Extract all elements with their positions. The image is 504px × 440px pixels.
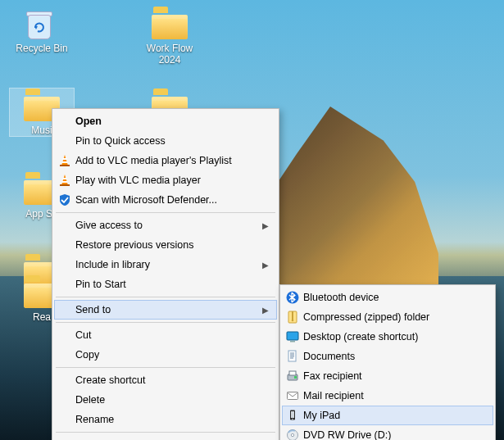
menu-item-label: Scan with Microsoft Defender... xyxy=(75,194,217,206)
menu-item-label: Open xyxy=(75,116,102,127)
menu-item-label: Restore previous versions xyxy=(75,239,194,251)
menu-item-label: DVD RW Drive (D:) xyxy=(303,429,391,440)
menu-item[interactable]: Fax recipient xyxy=(282,366,493,386)
menu-item-label: Send to xyxy=(75,304,111,315)
menu-item[interactable]: Properties xyxy=(54,435,277,440)
svg-rect-7 xyxy=(63,178,67,179)
menu-item[interactable]: Cut xyxy=(54,325,277,345)
folder-icon xyxy=(151,7,188,39)
menu-item-label: Delete xyxy=(75,394,105,406)
svg-rect-13 xyxy=(287,332,298,340)
documents-icon xyxy=(285,349,300,364)
svg-rect-19 xyxy=(294,376,297,379)
menu-item[interactable]: Send to▶ xyxy=(54,300,277,320)
menu-item[interactable]: Pin to Quick access xyxy=(54,131,277,151)
menu-separator xyxy=(56,212,275,213)
svg-rect-3 xyxy=(63,158,67,160)
context-menu: OpenPin to Quick accessAdd to VLC media … xyxy=(52,108,279,440)
menu-item-label: Rename xyxy=(75,414,114,425)
svg-rect-22 xyxy=(291,411,294,418)
menu-item[interactable]: Desktop (create shortcut) xyxy=(282,327,493,347)
desktop-icon-label: Work Flow 2024 xyxy=(138,43,202,66)
menu-item-label: Add to VLC media player's Playlist xyxy=(75,155,232,166)
svg-rect-15 xyxy=(290,341,295,342)
menu-item-label: Create shortcut xyxy=(75,374,145,386)
menu-item[interactable]: Delete xyxy=(54,390,277,410)
menu-separator xyxy=(56,432,275,433)
menu-item[interactable]: Copy xyxy=(54,345,277,365)
menu-item[interactable]: DVD RW Drive (D:) xyxy=(282,425,493,440)
bluetooth-icon xyxy=(285,290,300,305)
svg-point-23 xyxy=(292,419,293,420)
svg-rect-20 xyxy=(288,392,298,400)
menu-item[interactable]: Open xyxy=(54,111,277,131)
desktop-icon-label: Recycle Bin xyxy=(10,43,74,54)
menu-item[interactable]: Create shortcut xyxy=(54,370,277,390)
menu-separator xyxy=(56,367,275,368)
recycle-bin-icon xyxy=(23,7,61,39)
svg-point-25 xyxy=(291,433,293,436)
menu-item-label: Pin to Quick access xyxy=(75,135,166,147)
desktop[interactable]: Recycle BinWork Flow 2024MusiApp SeRea O… xyxy=(0,0,504,440)
menu-item[interactable]: Rename xyxy=(54,410,277,429)
svg-point-12 xyxy=(292,320,294,322)
desktop-icon-recycle-bin[interactable]: Recycle Bin xyxy=(10,7,74,54)
menu-item-label: Give access to xyxy=(75,220,143,231)
fax-icon xyxy=(285,369,300,383)
svg-rect-4 xyxy=(62,161,68,163)
chevron-right-icon: ▶ xyxy=(262,261,269,270)
menu-item[interactable]: Scan with Microsoft Defender... xyxy=(54,190,277,210)
menu-item-label: Documents xyxy=(303,351,355,362)
menu-item[interactable]: Compressed (zipped) folder xyxy=(282,307,493,327)
menu-item-label: My iPad xyxy=(303,410,340,421)
desktop-icon-folder[interactable]: Work Flow 2024 xyxy=(138,7,202,66)
menu-item-label: Pin to Start xyxy=(75,279,126,290)
menu-item[interactable]: Pin to Start xyxy=(54,274,277,294)
svg-marker-1 xyxy=(61,155,68,166)
defender-icon xyxy=(57,193,72,207)
menu-item-label: Desktop (create shortcut) xyxy=(303,331,418,342)
sendto-submenu: Bluetooth deviceCompressed (zipped) fold… xyxy=(279,284,496,440)
svg-rect-11 xyxy=(292,311,293,320)
menu-item-label: Bluetooth device xyxy=(303,292,379,303)
mail-icon xyxy=(285,388,300,403)
chevron-right-icon: ▶ xyxy=(262,306,269,315)
zip-icon xyxy=(285,310,300,324)
svg-rect-18 xyxy=(289,371,296,375)
menu-item-label: Mail recipient xyxy=(303,390,364,401)
menu-item[interactable]: Include in library▶ xyxy=(54,255,277,274)
desktop-icon xyxy=(285,329,300,344)
menu-item[interactable]: Add to VLC media player's Playlist xyxy=(54,151,277,170)
menu-item[interactable]: Play with VLC media player xyxy=(54,170,277,190)
menu-item[interactable]: Mail recipient xyxy=(282,386,493,406)
menu-item[interactable]: Give access to▶ xyxy=(54,215,277,235)
menu-item[interactable]: Documents xyxy=(282,347,493,366)
menu-item[interactable]: My iPad xyxy=(282,406,493,425)
menu-item-label: Fax recipient xyxy=(303,370,362,382)
menu-item-label: Copy xyxy=(75,349,99,361)
device-icon xyxy=(285,408,300,423)
menu-item-label: Compressed (zipped) folder xyxy=(303,311,429,323)
menu-item-label: Include in library xyxy=(75,259,150,270)
menu-item[interactable]: Bluetooth device xyxy=(282,288,493,307)
vlc-icon xyxy=(57,153,72,168)
menu-separator xyxy=(56,322,275,323)
svg-marker-5 xyxy=(61,175,68,185)
svg-rect-2 xyxy=(60,165,70,166)
menu-separator xyxy=(56,297,275,297)
disc-icon xyxy=(285,428,300,440)
svg-rect-8 xyxy=(62,181,68,183)
chevron-right-icon: ▶ xyxy=(262,221,269,230)
menu-item-label: Play with VLC media player xyxy=(75,175,201,186)
menu-item[interactable]: Restore previous versions xyxy=(54,235,277,255)
menu-item-label: Cut xyxy=(75,329,91,341)
vlc-icon xyxy=(57,173,72,188)
svg-rect-6 xyxy=(60,184,70,186)
